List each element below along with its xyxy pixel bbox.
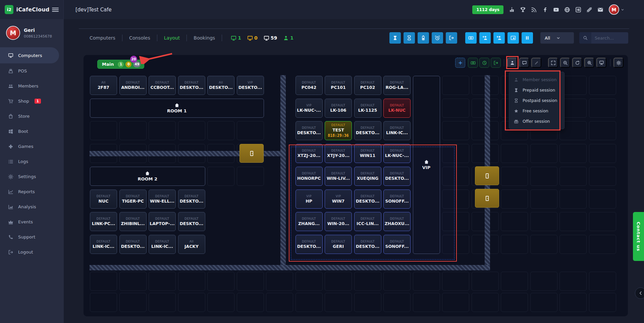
menu-item-free-session[interactable]: Free session bbox=[509, 106, 564, 116]
computer-card-pc102[interactable]: DEFAULTPC102 bbox=[354, 76, 381, 95]
layout-settings-button[interactable] bbox=[613, 58, 624, 68]
sidebar-item-pos[interactable]: POS bbox=[0, 63, 64, 78]
computer-card-pc101[interactable]: DEFAULTPC101 bbox=[325, 76, 352, 95]
sidebar-item-support[interactable]: Support bbox=[0, 229, 64, 245]
door-3[interactable] bbox=[475, 189, 499, 208]
user-avatar[interactable]: M bbox=[6, 26, 20, 40]
youtube-icon[interactable] bbox=[553, 7, 559, 13]
computer-card-deskto[interactable]: DEFAULTDESKTO... bbox=[119, 235, 147, 254]
battery-button[interactable] bbox=[418, 32, 429, 44]
sidebar-item-settings[interactable]: Settings bbox=[0, 169, 64, 184]
hamburger-menu-icon[interactable] bbox=[52, 8, 59, 12]
contact-us-button[interactable]: Contact us bbox=[633, 212, 644, 261]
menu-item-postpaid-session[interactable]: Postpaid session bbox=[509, 95, 564, 106]
reset-view-button[interactable] bbox=[572, 58, 582, 68]
presentation-button[interactable] bbox=[596, 58, 606, 68]
alarm-button[interactable] bbox=[432, 32, 443, 44]
computer-card-nuc[interactable]: DEFAULTNUC bbox=[90, 190, 117, 209]
rss-icon[interactable] bbox=[531, 7, 537, 13]
computer-card-zhibinl[interactable]: DEFAULTZHIBINL... bbox=[119, 212, 147, 231]
computer-card-link-ic[interactable]: DEFAULTLINK-IC... bbox=[90, 235, 117, 254]
pause-button[interactable] bbox=[522, 32, 533, 44]
user-avatar-menu[interactable]: M bbox=[609, 4, 625, 15]
tab-consoles[interactable]: Consoles bbox=[122, 35, 157, 41]
money-mode-button[interactable] bbox=[468, 58, 478, 68]
sidebar-item-shop[interactable]: Shop1 bbox=[0, 94, 64, 109]
zoom-in-button[interactable] bbox=[584, 58, 594, 68]
computer-card-link-pc[interactable]: DEFAULTLINK-PC... bbox=[90, 212, 117, 231]
computer-card-deskto[interactable]: DEFAULTDESKTO... bbox=[178, 212, 205, 231]
session-menu-button[interactable] bbox=[507, 58, 517, 68]
sidebar-item-members[interactable]: Members bbox=[0, 78, 64, 94]
computer-card-rog-la[interactable]: DEFAULTROG-LA... bbox=[383, 76, 411, 95]
add-map-button[interactable] bbox=[455, 58, 465, 68]
search-input[interactable] bbox=[591, 32, 628, 44]
add-member-button[interactable] bbox=[479, 32, 491, 44]
license-days-badge[interactable]: 1112 days bbox=[472, 5, 503, 14]
payment-button[interactable] bbox=[465, 32, 477, 44]
mail-icon[interactable] bbox=[597, 7, 603, 13]
sidebar-item-computers[interactable]: Computers bbox=[0, 47, 59, 63]
panel-collapse-chevron[interactable] bbox=[635, 287, 644, 299]
door-2[interactable] bbox=[475, 166, 499, 185]
computer-card-deskto[interactable]: DEFAULTDESKTO... bbox=[296, 121, 323, 140]
computer-card-lk-106[interactable]: DEFAULTLK-106 bbox=[325, 99, 352, 118]
computer-card-win-ell[interactable]: DEFAULTWIN-ELL... bbox=[149, 190, 176, 209]
sidebar-item-boot[interactable]: Boot bbox=[0, 124, 64, 139]
globe-icon[interactable] bbox=[564, 7, 570, 13]
tab-bookings[interactable]: Bookings bbox=[187, 35, 222, 41]
sidebar-item-reports[interactable]: Reports bbox=[0, 184, 64, 199]
trophy-icon[interactable] bbox=[520, 7, 526, 13]
status-count-users[interactable]: 1 bbox=[283, 35, 293, 41]
menu-item-member-session[interactable]: Member session bbox=[509, 74, 564, 85]
menu-item-offer-session[interactable]: Offer session bbox=[509, 116, 564, 126]
chat-button[interactable] bbox=[519, 58, 529, 68]
computer-card-deskto[interactable]: DEFAULTDESKTO... bbox=[178, 76, 205, 95]
sidebar-item-games[interactable]: Games bbox=[0, 139, 64, 154]
status-count-computers-2[interactable]: 59 bbox=[264, 35, 277, 41]
computer-card-link-ic[interactable]: DEFAULTLINK-IC... bbox=[383, 121, 411, 140]
computer-card-link-ic[interactable]: DEFAULTLINK-IC... bbox=[149, 235, 176, 254]
menu-item-prepaid-session[interactable]: Prepaid session bbox=[509, 85, 564, 95]
postpaid-session-button[interactable] bbox=[404, 32, 415, 44]
computer-card-androi[interactable]: DEFAULTANDROI... bbox=[119, 76, 147, 95]
computer-card-pc042[interactable]: DEFAULTPC042 bbox=[296, 76, 323, 95]
edit-button[interactable] bbox=[531, 58, 541, 68]
sidebar-item-analysis[interactable]: Analysis bbox=[0, 199, 64, 214]
prepaid-session-button[interactable] bbox=[389, 32, 401, 44]
sidebar-item-logs[interactable]: Logs bbox=[0, 154, 64, 169]
time-mode-button[interactable] bbox=[479, 58, 489, 68]
map-tab-main[interactable]: Main 1049 bbox=[97, 60, 144, 69]
computer-card-test[interactable]: DEFAULTTEST818:29:36 bbox=[325, 121, 352, 140]
computer-card-deskto[interactable]: VIPDESKTO... bbox=[237, 76, 264, 95]
facebook-icon[interactable] bbox=[542, 7, 548, 13]
computer-card-jacky[interactable]: AllJACKY bbox=[178, 235, 205, 254]
computer-card-ccboot[interactable]: DEFAULTCCBOOT... bbox=[149, 76, 176, 95]
fullscreen-button[interactable] bbox=[548, 58, 558, 68]
icafe-icon[interactable] bbox=[575, 7, 581, 13]
add-guest-button[interactable] bbox=[493, 32, 505, 44]
computer-card-tiger-pc[interactable]: DEFAULTTIGER-PC bbox=[119, 190, 147, 209]
tab-computers[interactable]: Computers bbox=[83, 35, 122, 41]
ranking-icon[interactable] bbox=[509, 7, 515, 13]
computer-card-deskto[interactable]: AllDESKTO... bbox=[207, 76, 234, 95]
computer-card-lk-nuc[interactable]: DEFAULTLK-NUC bbox=[383, 99, 411, 118]
tab-layout[interactable]: Layout bbox=[157, 35, 187, 41]
computer-card-lk-nuc-[interactable]: VIPLK-NUC-... bbox=[296, 99, 323, 118]
checkout-mode-button[interactable] bbox=[491, 58, 501, 68]
computer-card-2f87[interactable]: All2F87 bbox=[90, 76, 117, 95]
zoom-out-button[interactable] bbox=[560, 58, 570, 68]
computer-card-laptop-[interactable]: DEFAULTLAPTOP-... bbox=[149, 212, 176, 231]
group-filter-select[interactable]: All bbox=[540, 32, 574, 44]
checkout-button[interactable] bbox=[446, 32, 457, 44]
screen-button[interactable] bbox=[507, 32, 519, 44]
stripes-icon[interactable] bbox=[586, 7, 592, 13]
sidebar-item-logout[interactable]: Logout bbox=[0, 245, 64, 260]
computer-card-deskto[interactable]: DEFAULTDESKTO... bbox=[354, 121, 381, 140]
door-1[interactable] bbox=[239, 144, 264, 163]
computer-card-lk-1125[interactable]: DEFAULTLK-1125 bbox=[354, 99, 381, 118]
status-count-computers-0[interactable]: 1 bbox=[231, 35, 241, 41]
computer-card-deskto[interactable]: DEFAULTDESKTO... bbox=[178, 190, 205, 209]
sidebar-item-store[interactable]: Store bbox=[0, 109, 64, 124]
status-count-computers-1[interactable]: 0 bbox=[247, 35, 258, 41]
